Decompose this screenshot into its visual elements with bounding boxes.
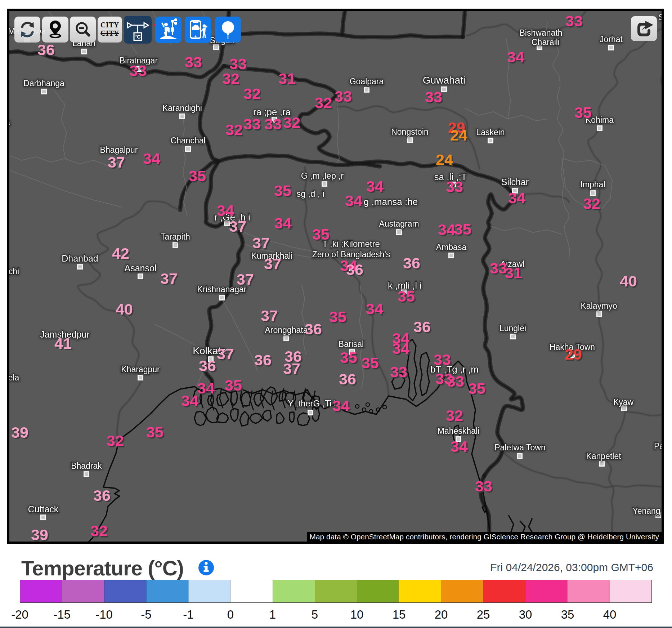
svg-text:32: 32 (315, 94, 332, 111)
svg-text:Arongghata: Arongghata (265, 325, 308, 335)
svg-text:34: 34 (143, 150, 160, 167)
svg-text:37: 37 (261, 307, 278, 324)
svg-text:Y ,therG ,Ti i: Y ,therG ,Ti i (288, 398, 336, 408)
svg-text:Goalpara: Goalpara (350, 77, 384, 86)
svg-text:40: 40 (620, 272, 637, 290)
svg-text:Pa: Pa (654, 441, 662, 451)
svg-text:Laskein: Laskein (476, 128, 505, 137)
svg-text:34: 34 (438, 221, 455, 238)
svg-text:nchi: nchi (9, 267, 19, 276)
svg-text:36: 36 (37, 41, 55, 58)
svg-text:32: 32 (107, 432, 124, 449)
svg-text:Asansol: Asansol (125, 263, 157, 273)
svg-text:33: 33 (425, 88, 442, 106)
svg-text:33: 33 (335, 88, 352, 105)
svg-text:33: 33 (447, 373, 464, 390)
svg-text:35: 35 (274, 182, 291, 199)
svg-text:Kyaw: Kyaw (613, 397, 634, 407)
svg-text:35: 35 (146, 423, 163, 441)
svg-text:sg ,d , i: sg ,d , i (296, 189, 324, 199)
svg-text:32: 32 (225, 121, 243, 138)
svg-text:Paletwa Town: Paletwa Town (494, 443, 546, 452)
svg-text:29: 29 (565, 346, 582, 363)
svg-text:Dhanbad: Dhanbad (62, 253, 98, 263)
svg-text:36: 36 (346, 261, 363, 278)
svg-text:35: 35 (362, 354, 379, 371)
svg-text:°C: °C (135, 34, 141, 40)
svg-text:Nongstoin: Nongstoin (391, 127, 429, 137)
svg-text:Yenang: Yenang (632, 506, 660, 516)
svg-text:32: 32 (243, 85, 261, 102)
svg-text:36: 36 (93, 487, 111, 504)
svg-text:37: 37 (264, 255, 281, 272)
svg-text:36: 36 (254, 351, 272, 369)
svg-text:Austagram: Austagram (379, 219, 419, 228)
svg-text:33: 33 (390, 363, 407, 380)
svg-text:24: 24 (450, 126, 467, 144)
svg-text:T ,ki ;Kilometre: T ,ki ;Kilometre (322, 239, 380, 249)
svg-text:34: 34 (507, 48, 524, 66)
svg-text:Jorhat: Jorhat (600, 35, 623, 44)
svg-text:34: 34 (366, 178, 384, 195)
svg-text:36: 36 (339, 370, 356, 388)
svg-text:39: 39 (11, 424, 28, 441)
svg-text:35: 35 (468, 380, 485, 397)
svg-text:32: 32 (283, 114, 300, 131)
svg-text:35: 35 (329, 308, 346, 325)
svg-text:37: 37 (108, 153, 125, 171)
svg-text:Kanpetlet: Kanpetlet (586, 451, 621, 461)
svg-text:36: 36 (305, 320, 322, 338)
svg-text:Lunglei: Lunglei (499, 324, 526, 333)
svg-text:33: 33 (185, 53, 202, 71)
svg-text:Sib: Sib (658, 13, 662, 22)
svg-text:32: 32 (446, 407, 463, 424)
svg-text:37: 37 (217, 345, 234, 362)
svg-text:ela: ela (9, 373, 19, 382)
svg-text:35: 35 (340, 349, 357, 366)
svg-text:tna: tna (9, 117, 10, 127)
svg-text:34: 34 (332, 397, 350, 414)
svg-text:40: 40 (116, 300, 133, 318)
svg-text:36: 36 (413, 318, 431, 335)
svg-text:37: 37 (283, 360, 300, 377)
svg-text:37: 37 (252, 234, 270, 251)
svg-text:35: 35 (312, 226, 330, 243)
svg-text:35: 35 (398, 288, 415, 305)
svg-text:Cuttack: Cuttack (28, 504, 59, 514)
svg-text:33: 33 (490, 259, 507, 277)
svg-text:31: 31 (278, 70, 296, 87)
svg-text:Charaili: Charaili (532, 37, 560, 47)
svg-text:34: 34 (181, 392, 198, 409)
svg-text:34: 34 (197, 379, 215, 397)
svg-text:34: 34 (345, 192, 362, 209)
svg-text:Imphal: Imphal (580, 180, 605, 189)
svg-text:Guwahati: Guwahati (423, 75, 465, 86)
svg-text:Kharagpur: Kharagpur (121, 365, 160, 374)
svg-text:Tarapith: Tarapith (161, 232, 190, 241)
svg-text:Silchar: Silchar (501, 177, 529, 187)
svg-text:Karandighi: Karandighi (162, 103, 202, 113)
svg-text:Chanchal: Chanchal (170, 136, 205, 145)
svg-text:33: 33 (475, 477, 492, 495)
svg-text:34: 34 (392, 340, 409, 357)
svg-text:39: 39 (31, 526, 48, 542)
svg-text:37: 37 (237, 271, 254, 288)
svg-text:32: 32 (222, 70, 239, 87)
svg-text:Kalaymyo: Kalaymyo (581, 301, 617, 311)
svg-text:36: 36 (403, 254, 420, 272)
svg-text:Maheskhali: Maheskhali (438, 426, 479, 436)
svg-text:33: 33 (434, 351, 451, 368)
svg-text:41: 41 (54, 335, 72, 352)
svg-text:24: 24 (436, 151, 453, 168)
svg-text:Darbhanga: Darbhanga (23, 79, 64, 88)
svg-text:Barisal: Barisal (339, 339, 364, 349)
svg-text:Ambasa: Ambasa (436, 242, 467, 252)
svg-text:31: 31 (505, 264, 522, 281)
svg-text:Bishwanath: Bishwanath (520, 28, 563, 37)
svg-text:34: 34 (508, 189, 525, 206)
svg-text:g ,mansa :he: g ,mansa :he (364, 196, 418, 207)
svg-text:35: 35 (454, 221, 471, 238)
svg-text:Bhadrak: Bhadrak (71, 461, 102, 471)
svg-text:37: 37 (160, 270, 178, 287)
svg-text:32: 32 (583, 195, 600, 212)
